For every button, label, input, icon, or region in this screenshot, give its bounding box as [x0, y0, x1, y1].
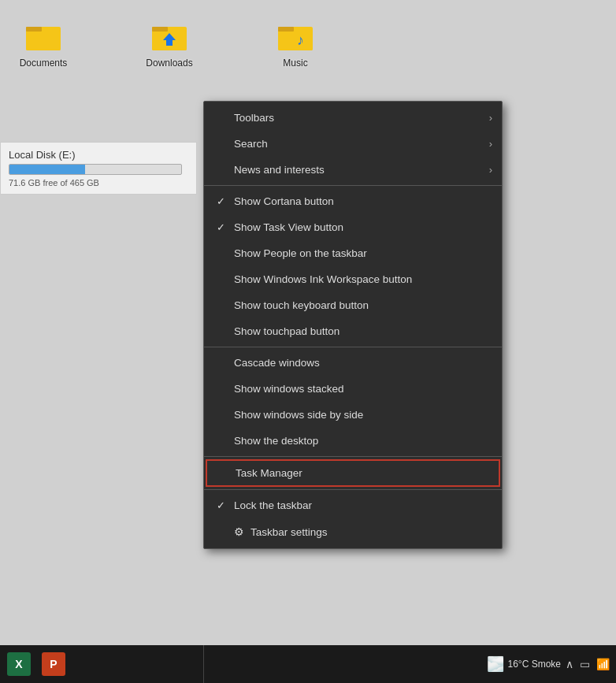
menu-label-show-taskview: Show Task View button: [234, 221, 343, 233]
arrow-icon-toolbars: ›: [489, 112, 492, 124]
menu-label-search: Search: [234, 138, 268, 150]
svg-text:♪: ♪: [297, 32, 304, 48]
menu-label-side-by-side: Show windows side by side: [234, 409, 363, 421]
menu-item-show-cortana[interactable]: ✓Show Cortana button: [204, 188, 502, 214]
taskbar-powerpoint-app[interactable]: P: [38, 648, 69, 680]
check-mark-show-cortana: ✓: [217, 195, 231, 207]
taskbar-weather[interactable]: 🌫️ 16°C Smoke: [487, 655, 561, 673]
menu-item-stacked[interactable]: Show windows stacked: [204, 376, 502, 402]
desktop-icons-area: Documents Downloads: [0, 0, 616, 84]
local-disk-label: Local Disk (E:): [9, 149, 188, 161]
taskbar-divider: [203, 645, 204, 683]
menu-label-task-manager: Task Manager: [236, 467, 302, 479]
menu-separator: [204, 489, 502, 490]
menu-separator: [204, 185, 502, 186]
menu-item-toolbars[interactable]: Toolbars›: [204, 105, 502, 131]
menu-label-cascade: Cascade windows: [234, 357, 320, 369]
taskbar-excel-app[interactable]: X: [3, 648, 35, 680]
menu-item-cascade[interactable]: Cascade windows: [204, 350, 502, 376]
weather-icon: 🌫️: [487, 655, 504, 673]
wifi-icon[interactable]: 📶: [596, 658, 610, 670]
downloads-label: Downloads: [146, 58, 192, 69]
excel-icon: X: [7, 652, 31, 676]
menu-label-show-touchpad: Show touchpad button: [234, 325, 340, 337]
context-menu: Toolbars›Search›News and interests›✓Show…: [203, 101, 503, 549]
downloads-folder-icon: [150, 16, 188, 54]
menu-item-show-desktop[interactable]: Show the desktop: [204, 428, 502, 454]
arrow-icon-news-interests: ›: [489, 164, 492, 176]
chevron-up-icon[interactable]: ∧: [566, 658, 573, 670]
menu-label-show-touch: Show touch keyboard button: [234, 299, 369, 311]
menu-item-side-by-side[interactable]: Show windows side by side: [204, 402, 502, 428]
taskbar-system-icons: ∧ ▭ 📶: [566, 658, 610, 670]
taskbar: X P 🌫️ 16°C Smoke ∧ ▭ 📶: [0, 645, 616, 683]
desktop: Documents Downloads: [0, 0, 616, 683]
menu-item-show-touch[interactable]: Show touch keyboard button: [204, 292, 502, 318]
documents-folder-icon: [24, 16, 62, 54]
menu-item-show-touchpad[interactable]: Show touchpad button: [204, 318, 502, 344]
menu-label-show-desktop: Show the desktop: [234, 435, 318, 447]
menu-separator: [204, 347, 502, 347]
menu-label-show-people: Show People on the taskbar: [234, 247, 367, 259]
desktop-icon-downloads[interactable]: Downloads: [138, 16, 201, 69]
powerpoint-icon: P: [42, 652, 65, 676]
menu-label-taskbar-settings: Taskbar settings: [250, 526, 328, 538]
arrow-icon-search: ›: [489, 138, 492, 150]
menu-item-search[interactable]: Search›: [204, 131, 502, 157]
menu-label-lock-taskbar: Lock the taskbar: [234, 499, 312, 511]
menu-item-show-people[interactable]: Show People on the taskbar: [204, 240, 502, 266]
disk-bar-container: [9, 164, 182, 175]
menu-item-taskbar-settings[interactable]: ⚙Taskbar settings: [204, 518, 502, 545]
disk-bar-fill: [9, 165, 85, 174]
desktop-icon-music[interactable]: ♪ Music: [264, 16, 327, 69]
svg-rect-2: [26, 27, 42, 32]
music-folder-icon: ♪: [276, 16, 314, 54]
check-mark-lock-taskbar: ✓: [217, 499, 231, 511]
check-mark-show-taskview: ✓: [217, 221, 231, 233]
svg-rect-1: [26, 30, 61, 50]
menu-item-news-interests[interactable]: News and interests›: [204, 157, 502, 183]
battery-icon[interactable]: ▭: [580, 658, 590, 670]
menu-label-show-cortana: Show Cortana button: [234, 195, 334, 207]
menu-label-show-ink: Show Windows Ink Workspace button: [234, 273, 412, 285]
svg-rect-8: [278, 30, 313, 50]
gear-icon: ⚙: [234, 525, 244, 538]
menu-item-lock-taskbar[interactable]: ✓Lock the taskbar: [204, 492, 502, 518]
weather-text: 16°C Smoke: [507, 659, 561, 670]
menu-separator: [204, 456, 502, 457]
disk-free-label: 71.6 GB free of 465 GB: [9, 178, 188, 187]
local-disk-section: Local Disk (E:) 71.6 GB free of 465 GB: [0, 142, 197, 195]
desktop-icon-documents[interactable]: Documents: [12, 16, 75, 69]
menu-item-task-manager[interactable]: Task Manager: [206, 459, 500, 487]
taskbar-left: X P: [0, 648, 69, 680]
menu-label-toolbars: Toolbars: [234, 112, 274, 124]
menu-item-show-taskview[interactable]: ✓Show Task View button: [204, 214, 502, 240]
taskbar-right: 🌫️ 16°C Smoke ∧ ▭ 📶: [487, 655, 616, 673]
svg-rect-5: [152, 27, 168, 32]
menu-label-stacked: Show windows stacked: [234, 383, 344, 395]
svg-rect-9: [278, 27, 294, 32]
menu-label-news-interests: News and interests: [234, 164, 325, 176]
menu-item-show-ink[interactable]: Show Windows Ink Workspace button: [204, 266, 502, 292]
documents-label: Documents: [20, 58, 68, 69]
music-label: Music: [283, 58, 307, 69]
